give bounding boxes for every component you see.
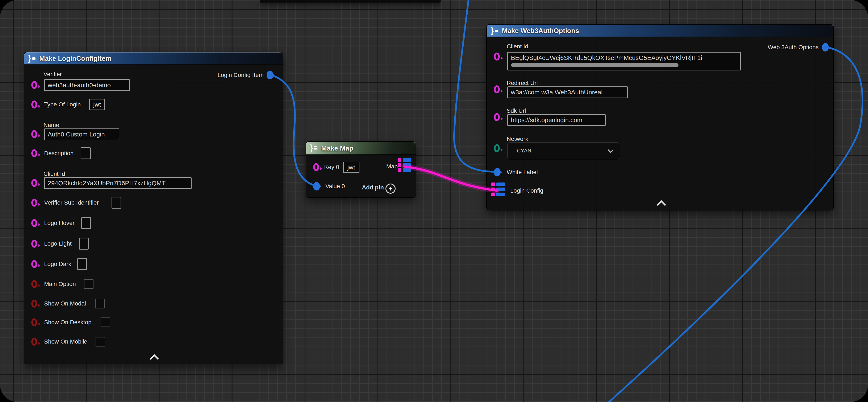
output-pin[interactable] xyxy=(267,71,273,79)
pin-label-logo-hover: Logo Hover xyxy=(44,220,74,226)
input-pin-client-id[interactable] xyxy=(494,53,500,61)
make-map-icon: } xyxy=(310,144,318,153)
pin-label-network: Network xyxy=(507,136,528,142)
input-pin-main-option[interactable] xyxy=(31,280,37,288)
input-pin-login-config[interactable] xyxy=(491,182,505,199)
field-value-redirect-url: w3a://com.w3a.Web3AuthUnreal xyxy=(511,89,602,96)
field-value-client-id: 294QRkchfq2YaXUbPri7D6PH7xzHgQMT xyxy=(48,179,165,187)
pin-label-client-id: Client Id xyxy=(507,43,528,50)
dropdown-network[interactable]: CYAN xyxy=(507,142,619,159)
output-pin-label: Map xyxy=(386,163,398,170)
output-pin-map[interactable] xyxy=(398,158,411,175)
pin-label-name: Name xyxy=(43,122,59,128)
node-make-web3authoptions[interactable]: }Make Web3AuthOptionsWeb 3Auth OptionsCl… xyxy=(486,24,834,210)
checkbox-show-on-mobile[interactable] xyxy=(96,337,105,346)
node-header[interactable]: }Make Web3AuthOptions xyxy=(487,25,833,37)
field-value-name: Auth0 Custom Login xyxy=(48,131,105,138)
checkbox-show-on-desktop[interactable] xyxy=(101,317,110,327)
text-field-client-id[interactable]: BEglQSgt4cUWcj6SKRdu5QkOXTsePmMcusG5EAoy… xyxy=(507,52,741,70)
node-make-loginconfigitem[interactable]: }Make LoginConfigItemLogin Config ItemVe… xyxy=(24,52,283,364)
text-field-key-0[interactable]: jwt xyxy=(343,162,360,173)
input-pin-sdk-url[interactable] xyxy=(494,113,500,121)
pin-label-show-on-desktop: Show On Desktop xyxy=(44,319,92,326)
node-header[interactable]: }Make LoginConfigItem xyxy=(24,52,283,64)
wire-map-to-loginconfig[interactable] xyxy=(404,167,497,191)
pin-label-main-option: Main Option xyxy=(44,281,76,287)
add-pin-label[interactable]: Add pin xyxy=(362,184,384,191)
add-pin-button[interactable]: + xyxy=(385,183,396,194)
input-pin-logo-dark[interactable] xyxy=(31,260,37,268)
chevron-down-icon xyxy=(608,147,614,153)
input-pin-type-of-login[interactable] xyxy=(31,100,37,109)
node-title: Make LoginConfigItem xyxy=(39,55,111,62)
text-field-description[interactable] xyxy=(81,147,91,159)
offscreen-node-edge xyxy=(260,0,441,3)
svg-text:}: } xyxy=(28,54,31,63)
dropdown-value-network: CYAN xyxy=(517,148,531,154)
pin-label-client-id: Client Id xyxy=(43,171,65,177)
input-pin-show-on-modal[interactable] xyxy=(31,299,37,308)
input-pin-verifier-sub-identifier[interactable] xyxy=(31,199,37,207)
wire-map-to-loginconfig-glow xyxy=(404,167,497,191)
pin-label-redirect-url: Redirect Url xyxy=(507,80,538,86)
input-pin-key-0[interactable] xyxy=(313,163,319,171)
collapse-chevron-icon[interactable] xyxy=(150,354,159,364)
field-value-type-of-login: jwt xyxy=(93,101,101,108)
text-field-logo-hover[interactable] xyxy=(81,217,91,229)
text-field-sdk-url[interactable]: https://sdk.openlogin.com xyxy=(507,114,606,126)
text-field-redirect-url[interactable]: w3a://com.w3a.Web3AuthUnreal xyxy=(507,86,628,98)
collapse-chevron-icon[interactable] xyxy=(657,200,666,210)
text-field-verifier-sub-identifier[interactable] xyxy=(112,197,121,208)
make-struct-icon: } xyxy=(491,26,499,35)
input-pin-logo-hover[interactable] xyxy=(31,219,37,227)
pin-label-key-0: Key 0 xyxy=(324,164,339,171)
text-field-logo-light[interactable] xyxy=(79,238,89,250)
text-field-type-of-login[interactable]: jwt xyxy=(89,99,105,110)
text-field-name[interactable]: Auth0 Custom Login xyxy=(44,128,119,140)
blueprint-graph-canvas[interactable]: }Make LoginConfigItemLogin Config ItemVe… xyxy=(0,0,868,402)
node-title: Make Web3AuthOptions xyxy=(502,27,579,35)
field-value-client-id: BEglQSgt4cUWcj6SKRdu5QkOXTsePmMcusG5EAoy… xyxy=(511,54,702,61)
pin-label-show-on-mobile: Show On Mobile xyxy=(44,338,87,345)
input-pin-description[interactable] xyxy=(31,149,37,157)
pin-label-sdk-url: Sdk Url xyxy=(507,108,526,114)
node-make-map[interactable]: }Make MapMapKey 0jwtValue 0Add pin+ xyxy=(306,141,416,198)
svg-text:}: } xyxy=(491,26,494,35)
node-header[interactable]: }Make Map xyxy=(306,142,416,155)
pin-label-value-0: Value 0 xyxy=(326,183,345,190)
input-pin-client-id[interactable] xyxy=(31,179,37,187)
field-value-verifier: web3auth-auth0-demo xyxy=(48,82,111,89)
pin-label-white-label: White Label xyxy=(507,169,538,176)
input-pin-show-on-mobile[interactable] xyxy=(31,338,37,346)
pin-label-description: Description xyxy=(44,150,73,156)
svg-text:}: } xyxy=(310,144,313,152)
field-value-key-0: jwt xyxy=(347,164,355,171)
input-pin-white-label[interactable] xyxy=(494,168,501,176)
pin-label-logo-dark: Logo Dark xyxy=(44,261,71,267)
pin-label-verifier-sub-identifier: Verifier Sub Identifier xyxy=(44,199,99,206)
pin-label-logo-light: Logo Light xyxy=(44,240,72,247)
horizontal-scrollbar[interactable] xyxy=(511,63,679,67)
input-pin-name[interactable] xyxy=(31,130,37,138)
text-field-logo-dark[interactable] xyxy=(77,258,87,270)
input-pin-logo-light[interactable] xyxy=(31,240,37,248)
text-field-client-id[interactable]: 294QRkchfq2YaXUbPri7D6PH7xzHgQMT xyxy=(44,177,192,189)
checkbox-main-option[interactable] xyxy=(84,279,93,289)
node-title: Make Map xyxy=(321,144,353,152)
checkbox-show-on-modal[interactable] xyxy=(95,299,104,309)
input-pin-verifier[interactable] xyxy=(31,81,37,89)
make-struct-icon: } xyxy=(28,54,36,63)
text-field-verifier[interactable]: web3auth-auth0-demo xyxy=(44,79,130,91)
output-pin-label: Web 3Auth Options xyxy=(768,44,818,51)
pin-label-login-config: Login Config xyxy=(510,187,543,194)
output-pin-label: Login Config Item xyxy=(218,72,264,79)
output-pin[interactable] xyxy=(822,43,829,52)
pin-label-type-of-login: Type Of Login xyxy=(44,101,81,108)
pin-label-verifier: Verifier xyxy=(43,71,62,78)
pin-label-show-on-modal: Show On Modal xyxy=(44,300,86,307)
input-pin-value-0[interactable] xyxy=(313,182,320,191)
input-pin-redirect-url[interactable] xyxy=(494,85,500,93)
input-pin-network[interactable] xyxy=(494,144,500,152)
field-value-sdk-url: https://sdk.openlogin.com xyxy=(511,116,582,124)
input-pin-show-on-desktop[interactable] xyxy=(31,318,37,326)
